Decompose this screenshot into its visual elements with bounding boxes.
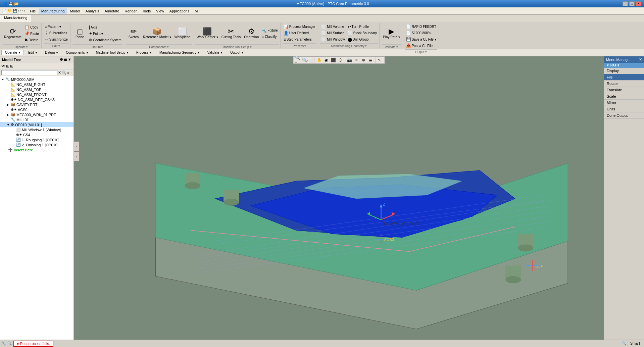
axis-button[interactable]: | Axis: [88, 24, 122, 30]
menu-model[interactable]: Model: [67, 8, 83, 14]
tree-expand-all-icon[interactable]: ⊞: [10, 64, 13, 68]
cmd-tab-operate[interactable]: Operate ▾: [1, 50, 24, 55]
menu-analysis[interactable]: Analysis: [83, 8, 102, 14]
wireframe-button[interactable]: ⬛: [330, 57, 337, 63]
subroutines-button[interactable]: ⋮ Subroutines: [44, 30, 69, 36]
mm-item-display[interactable]: Display: [604, 68, 644, 74]
tree-item-insert-here[interactable]: ➕ Insert Here: [0, 147, 73, 152]
select-button[interactable]: ↖: [376, 57, 383, 63]
paste-button[interactable]: 📌 Paste: [23, 31, 40, 37]
mm-item-translate[interactable]: Translate: [604, 87, 644, 93]
synchronize-button[interactable]: ↔ Synchronize: [44, 37, 69, 43]
drill-group-button[interactable]: ⬤ Drill Group: [347, 37, 378, 43]
pattern-button[interactable]: ≡ Pattern ▾: [44, 24, 69, 30]
cmd-tab-edit[interactable]: Edit ▾: [24, 50, 41, 55]
menu-mill[interactable]: Mill: [192, 8, 203, 14]
step-params-button[interactable]: ≡ Step Parameters: [283, 37, 316, 43]
point-button[interactable]: ✦ Point ▾: [88, 31, 122, 37]
pan-button[interactable]: ✋: [316, 57, 323, 63]
tree-add-icon[interactable]: +: [70, 71, 72, 75]
mm-close-button[interactable]: ✕: [639, 57, 642, 62]
sketch-button[interactable]: ✏ Sketch: [126, 23, 141, 44]
tree-search-input[interactable]: [1, 70, 57, 75]
menu-annotate[interactable]: Annotate: [102, 8, 122, 14]
cmd-tab-components[interactable]: Components ▾: [62, 50, 91, 55]
cmd-tab-mfg-geom[interactable]: Manufacturing Geometry ▾: [156, 50, 203, 55]
tree-search-icon[interactable]: 🔍: [62, 70, 66, 75]
tree-item-op010[interactable]: ▼ ⚙ OP010 [MILL01]: [0, 122, 73, 127]
tree-item-mill-window[interactable]: ⬜ Mill Window 1 [Window]: [0, 127, 73, 132]
mm-item-units[interactable]: Units: [604, 106, 644, 112]
tree-item-nc-front[interactable]: 📐 NC_ASM_FRONT: [0, 92, 73, 97]
mill-surface-button[interactable]: ⬜ Mill Surface: [320, 30, 346, 36]
expand-icon[interactable]: ▶: [7, 103, 11, 106]
tree-item-nc-top[interactable]: 📐 NC_ASM_TOP: [0, 87, 73, 92]
quick-access-undo[interactable]: ↩: [18, 9, 21, 13]
menu-render[interactable]: Render: [122, 8, 139, 14]
process-manager-button[interactable]: 📊 Process Manager: [283, 24, 316, 30]
zoom-in-button[interactable]: 🔍+: [295, 57, 301, 63]
tree-expand-icon[interactable]: ▼: [68, 57, 71, 62]
tree-item-cavity[interactable]: ▶ 📦 CAVITY.PRT: [0, 102, 73, 107]
menu-manufacturing[interactable]: Manufacturing: [39, 8, 67, 14]
fixture-button[interactable]: 🔩 Fixture: [261, 28, 279, 34]
tree-search-clear[interactable]: ✕: [58, 70, 61, 75]
tree-filter-icon[interactable]: ⊞: [6, 64, 9, 68]
turn-profile-button[interactable]: ↩ Turn Profile: [347, 24, 378, 30]
zoom-out-button[interactable]: 🔍-: [302, 57, 308, 63]
menu-tools[interactable]: Tools: [140, 8, 154, 14]
viewport[interactable]: 🔍+ 🔍- ⬜ ✋ ◉ ⬛ ⬡ 📷 ≡ ⊕ ≣ ↖: [74, 56, 604, 340]
tree-item-nc-def-csys[interactable]: ⊕✦ NC_ASM_DEF_CSYS: [0, 97, 73, 102]
view3d-button[interactable]: ⊕: [360, 57, 367, 63]
delete-button[interactable]: ✖ Delete: [23, 37, 40, 43]
tree-settings-icon[interactable]: ⚙: [60, 57, 63, 62]
search-icon[interactable]: 🔍: [622, 341, 627, 345]
view-orient-button[interactable]: ◉: [323, 57, 330, 63]
tree-item-roughing1[interactable]: 🔄 1. Roughing 1 [OP010]: [0, 137, 73, 142]
quick-access-redo[interactable]: ↪: [22, 9, 25, 13]
menu-applications[interactable]: Applications: [167, 8, 192, 14]
tree-item-mfg000[interactable]: ▼ 🔧 MFG000.ASM: [0, 77, 73, 82]
mill-window-button[interactable]: ⬜ Mill Window: [320, 37, 346, 43]
side-tab-1[interactable]: ≡: [74, 141, 79, 151]
ribbon-tab-manufacturing[interactable]: Manufacturing: [0, 15, 32, 22]
work-center-button[interactable]: ⬛ Work Center ▾: [195, 23, 219, 44]
expand-icon[interactable]: ▶: [7, 113, 11, 116]
maximize-button[interactable]: □: [629, 1, 635, 6]
tree-item-mill01[interactable]: 🔧 MILL01: [0, 117, 73, 122]
play-path-button[interactable]: ▶ Play Path ▾: [382, 23, 401, 44]
user-defined-button[interactable]: 👤 User Defined: [283, 30, 316, 36]
tree-item-g54[interactable]: ⊕✦ G54: [0, 132, 73, 137]
cmd-tab-datum[interactable]: Datum ▾: [41, 50, 61, 55]
zoom-area-button[interactable]: ⬜: [309, 57, 315, 63]
quick-access-open[interactable]: 📂: [7, 9, 12, 13]
quick-access-save[interactable]: 💾: [13, 9, 17, 13]
mm-item-done-output[interactable]: Done Output: [604, 112, 644, 119]
tree-item-acs0[interactable]: ⊕✦ ACS0: [0, 107, 73, 112]
plane-button[interactable]: ◻ Plane: [72, 23, 87, 44]
tree-item-wrk01[interactable]: ▶ 📦 MFG000_WRK_01.PRT: [0, 112, 73, 117]
tree-item-finishing1[interactable]: 🔄 2. Finishing 1 [OP010]: [0, 142, 73, 147]
expand-icon[interactable]: ▼: [1, 78, 5, 81]
mm-item-rotate[interactable]: Rotate: [604, 81, 644, 87]
workpiece-button[interactable]: ⬜ Workpiece: [173, 23, 192, 44]
stock-boundary-button[interactable]: ⬜ Stock Boundary: [347, 30, 378, 36]
operation-button[interactable]: ⚙ Operation: [243, 23, 260, 44]
regenerate-button[interactable]: ⟳ Regenerate: [3, 23, 23, 44]
cutting-tools-button[interactable]: ✂ Cutting Tools: [220, 23, 242, 44]
tree-show-icon[interactable]: 👁: [1, 64, 5, 68]
filter-button[interactable]: ≣: [367, 57, 374, 63]
s1000-button[interactable]: 📄 S1000 800%.: [405, 30, 437, 36]
cmd-tab-machine-tool[interactable]: Machine Tool Setup ▾: [92, 50, 132, 55]
cmd-tab-output[interactable]: Output ▾: [227, 50, 247, 55]
copy-button[interactable]: 📋 Copy: [23, 24, 40, 30]
shaded-button[interactable]: ⬡: [337, 57, 344, 63]
tree-filter-toggle[interactable]: ≡: [67, 71, 69, 75]
rapid-feedrt-button[interactable]: 📄 RAPID FEEDRT: [405, 23, 437, 30]
side-tab-2[interactable]: ≡: [74, 151, 79, 161]
mm-item-file[interactable]: File: [604, 74, 644, 81]
snapshot-button[interactable]: 📷: [346, 57, 353, 63]
menu-view[interactable]: View: [153, 8, 167, 14]
tree-item-nc-right[interactable]: 📐 NC_ASM_RIGHT: [0, 82, 73, 87]
csys-button[interactable]: ⊕ Coordinate System: [88, 37, 122, 43]
